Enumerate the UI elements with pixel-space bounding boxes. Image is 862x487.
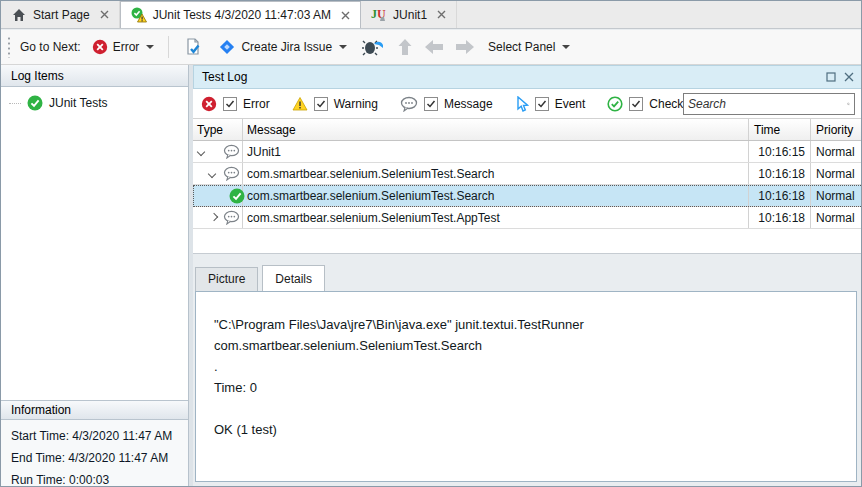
select-panel-button[interactable]: Select Panel	[484, 37, 574, 57]
row-time: 10:16:15	[749, 141, 811, 162]
tab-junit1[interactable]: J U JUnit1	[361, 1, 457, 28]
column-header-type[interactable]: Type	[193, 119, 243, 140]
close-icon[interactable]	[437, 10, 446, 19]
column-header-time[interactable]: Time	[749, 119, 811, 140]
chevron-down-icon	[339, 45, 347, 49]
search-input[interactable]	[684, 97, 847, 111]
toolbar-drag-grip[interactable]	[7, 36, 11, 58]
document-tabbar: Start Page JUnit Tests 4/3/2020 11:47:03…	[1, 1, 861, 29]
information-header: Information	[1, 400, 188, 420]
error-checkbox[interactable]	[223, 97, 237, 111]
filter-error[interactable]: Error	[201, 96, 270, 112]
table-row-selected[interactable]: com.smartbear.selenium.SeleniumTest.Sear…	[193, 185, 862, 207]
column-header-priority[interactable]: Priority	[811, 119, 862, 140]
green-check-circle-icon	[27, 95, 43, 111]
filter-label: Error	[243, 97, 270, 111]
search-icon	[847, 97, 850, 111]
go-previous-button[interactable]	[422, 37, 446, 57]
tree-branch-line	[9, 103, 21, 104]
log-items-title: Log Items	[11, 69, 64, 83]
row-message: com.smartbear.selenium.SeleniumTest.Sear…	[243, 185, 749, 206]
row-time: 10:16:18	[749, 207, 811, 228]
row-time: 10:16:18	[749, 163, 811, 184]
table-row[interactable]: com.smartbear.selenium.SeleniumTest.AppT…	[193, 207, 862, 229]
log-items-header: Log Items	[1, 65, 188, 87]
filter-message[interactable]: Message	[400, 96, 493, 112]
row-priority: Normal	[811, 207, 862, 228]
row-priority: Normal	[811, 185, 862, 206]
tree-item-junit-tests[interactable]: JUnit Tests	[1, 93, 188, 113]
row-time: 10:16:18	[749, 185, 811, 206]
main-area: Log Items JUnit Tests Information Start …	[1, 65, 861, 487]
row-message: com.smartbear.selenium.SeleniumTest.AppT…	[243, 207, 749, 228]
close-icon[interactable]	[100, 10, 109, 19]
warning-checkbox[interactable]	[314, 97, 328, 111]
document-check-icon	[183, 37, 203, 57]
message-bubble-icon	[223, 144, 240, 159]
go-to-next-label: Go to Next:	[20, 40, 81, 54]
go-up-button[interactable]	[395, 36, 415, 58]
go-next-button[interactable]	[453, 37, 477, 57]
tab-label: JUnit Tests 4/3/2020 11:47:03 AM	[153, 8, 331, 22]
toolbar-separator	[168, 36, 169, 58]
select-panel-label: Select Panel	[488, 40, 555, 54]
end-time-value: End Time: 4/3/2020 11:47 AM	[11, 450, 188, 472]
expander-expanded-icon[interactable]	[197, 148, 205, 156]
arrow-up-icon	[397, 38, 413, 56]
arrow-right-icon	[455, 39, 475, 55]
report-bug-button[interactable]	[358, 35, 388, 59]
test-log-title: Test Log	[202, 70, 247, 84]
search-box	[683, 93, 855, 115]
create-jira-issue-button[interactable]: Create Jira Issue	[214, 35, 351, 59]
test-log-titlebar: Test Log	[193, 65, 862, 89]
close-icon[interactable]	[844, 72, 854, 82]
filter-label: Message	[444, 97, 493, 111]
row-priority: Normal	[811, 163, 862, 184]
table-row[interactable]: com.smartbear.selenium.SeleniumTest.Sear…	[193, 163, 862, 185]
select-results-button[interactable]	[179, 34, 207, 60]
event-checkbox[interactable]	[535, 97, 549, 111]
message-bubble-icon	[223, 166, 240, 181]
tab-label: JUnit1	[393, 8, 427, 22]
log-items-tree: JUnit Tests	[1, 87, 188, 400]
go-to-next-error-button[interactable]: Error	[88, 36, 159, 58]
chevron-down-icon	[146, 45, 154, 49]
message-bubble-icon	[400, 96, 418, 112]
details-text: "C:\Program Files\Java\jre7\Bin\java.exe…	[195, 291, 857, 482]
log-items-panel: Log Items JUnit Tests Information Start …	[1, 65, 189, 487]
row-message: JUnit1	[243, 141, 749, 162]
test-log-status-icon	[131, 7, 147, 23]
green-check-circle-icon	[229, 188, 245, 204]
maximize-icon[interactable]	[826, 72, 836, 82]
tab-details[interactable]: Details	[262, 265, 325, 291]
tab-label: Start Page	[33, 8, 90, 22]
warning-icon	[292, 96, 308, 112]
chevron-down-icon	[562, 45, 570, 49]
log-filterbar: Error Warning Message Event	[193, 89, 862, 119]
column-header-message[interactable]: Message	[243, 119, 749, 140]
error-type-label: Error	[113, 40, 140, 54]
filter-warning[interactable]: Warning	[292, 96, 378, 112]
filter-event[interactable]: Event	[515, 96, 586, 112]
message-checkbox[interactable]	[424, 97, 438, 111]
home-icon	[11, 7, 27, 23]
tab-start-page[interactable]: Start Page	[1, 1, 120, 28]
run-time-value: Run Time: 0:00:03	[11, 472, 188, 487]
log-grid: Type Message Time Priority JUnit1 10:16:…	[193, 119, 862, 254]
filter-label: Event	[555, 97, 586, 111]
expander-expanded-icon[interactable]	[208, 170, 216, 178]
error-icon	[92, 39, 108, 55]
tab-junit-tests-log[interactable]: JUnit Tests 4/3/2020 11:47:03 AM	[120, 1, 361, 28]
create-jira-label: Create Jira Issue	[241, 40, 332, 54]
error-icon	[201, 96, 217, 112]
checkpoint-checkbox[interactable]	[629, 97, 643, 111]
row-message: com.smartbear.selenium.SeleniumTest.Sear…	[243, 163, 749, 184]
grid-header-row: Type Message Time Priority	[193, 119, 862, 141]
information-body: Start Time: 4/3/2020 11:47 AM End Time: …	[1, 420, 188, 487]
table-row[interactable]: JUnit1 10:16:15 Normal	[193, 141, 862, 163]
expander-collapsed-icon[interactable]	[210, 213, 218, 221]
tab-picture[interactable]: Picture	[195, 267, 258, 291]
event-cursor-icon	[515, 96, 529, 112]
close-icon[interactable]	[341, 11, 350, 20]
information-title: Information	[11, 403, 71, 417]
